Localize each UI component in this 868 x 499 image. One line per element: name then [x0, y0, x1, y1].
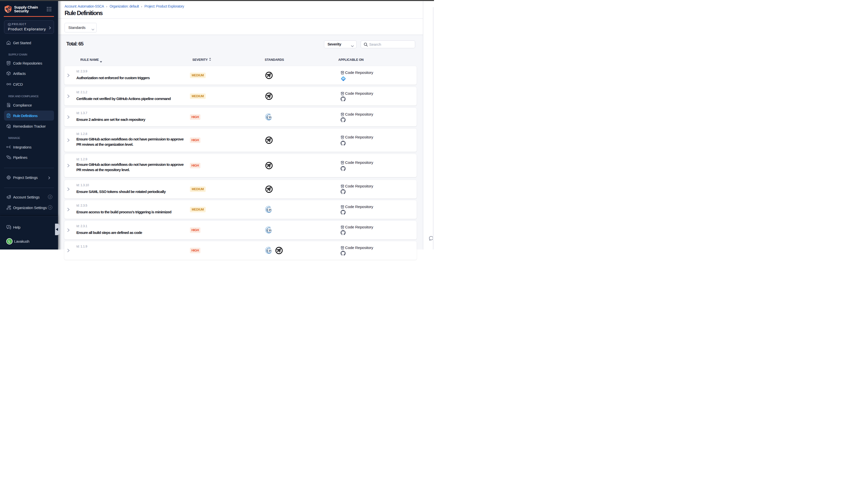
svg-text:?: ?	[8, 226, 9, 228]
svg-text:CIS: CIS	[267, 208, 272, 211]
svg-text:CIS: CIS	[267, 229, 272, 232]
svg-text:CIS: CIS	[267, 116, 272, 119]
svg-text:CIS: CIS	[267, 249, 272, 250]
